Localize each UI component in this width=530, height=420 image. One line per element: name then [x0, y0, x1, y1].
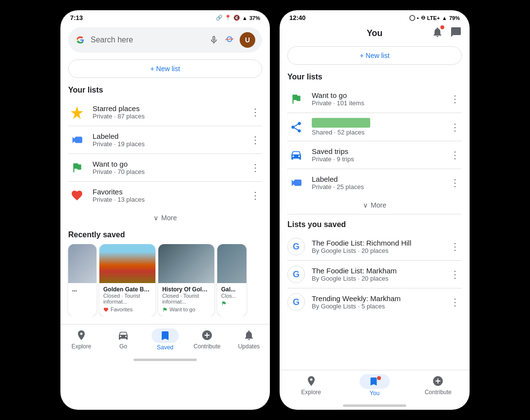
photo-info: Gal... Clos...	[217, 283, 246, 310]
nav-explore[interactable]: Explore	[67, 328, 96, 351]
list-meta: By Google Lists · 20 places	[312, 275, 441, 282]
more-options-button[interactable]: ⋮	[248, 160, 262, 175]
green-placeholder-rect	[312, 118, 370, 128]
photos-row: ... Golden Gate Bridge... Closed · Touri…	[60, 244, 270, 316]
nav-contribute[interactable]: Contribute	[192, 328, 222, 351]
updates-label: Updates	[238, 343, 260, 350]
chevron-down-icon: ∨	[153, 214, 158, 222]
list-item[interactable]: Want to go Private · 70 places ⋮	[60, 154, 270, 181]
more-options-button[interactable]: ⋮	[448, 175, 462, 191]
header-icons	[432, 26, 462, 41]
left-phone: 7:13 🔗 📍 🔇 ▲ 37% Search here	[60, 10, 270, 410]
list-item[interactable]: Want to go Private · 101 items ⋮	[280, 85, 470, 113]
photo-tag	[221, 301, 243, 306]
notification-badge	[440, 25, 444, 29]
photo-info: History Of Golden G... Closed · Tourist …	[158, 283, 214, 316]
photo-card[interactable]: History Of Golden G... Closed · Tourist …	[158, 244, 214, 316]
nav-explore-right[interactable]: Explore	[297, 374, 326, 397]
microphone-icon[interactable]	[208, 35, 219, 45]
photo-card[interactable]: Gal... Clos...	[217, 244, 246, 316]
photo-thumbnail	[217, 244, 246, 283]
more-options-button[interactable]: ⋮	[448, 294, 462, 310]
heart-icon	[68, 187, 86, 204]
explore-label: Explore	[72, 343, 92, 350]
flag-icon	[68, 159, 86, 176]
updates-icon	[242, 328, 256, 342]
nav-saved[interactable]: Saved	[151, 328, 180, 351]
list-name: Saved trips	[312, 147, 441, 155]
list-info: Labeled Private · 25 places	[312, 175, 441, 191]
more-label-right: More	[371, 201, 386, 209]
bottom-nav-right: Explore You Contribute	[280, 370, 470, 402]
nav-you[interactable]: You	[360, 374, 390, 397]
status-icons-left: 🔗 📍 🔇 ▲ 37%	[216, 15, 260, 21]
photo-thumbnail	[158, 244, 214, 283]
list-item[interactable]: Starred places Private · 87 places ⋮	[60, 98, 270, 126]
lists-you-saved-title: Lists you saved	[280, 214, 470, 233]
more-label: More	[161, 214, 177, 222]
more-button[interactable]: ∨ More	[60, 209, 270, 227]
list-item[interactable]: Favorites Private · 13 places ⋮	[60, 182, 270, 209]
contribute-icon	[200, 328, 214, 342]
lens-icon[interactable]	[224, 35, 235, 45]
more-button-right[interactable]: ∨ More	[280, 196, 470, 214]
nav-updates[interactable]: Updates	[234, 328, 264, 351]
search-bar[interactable]: Search here U	[68, 27, 262, 53]
share-icon	[287, 118, 305, 136]
notification-button[interactable]	[432, 26, 443, 41]
list-item[interactable]: Saved trips Private · 9 trips ⋮	[280, 141, 470, 169]
list-item[interactable]: G The Foodie List: Richmond Hill By Goog…	[280, 233, 470, 260]
photo-name: ...	[72, 286, 93, 293]
list-meta: Private · 9 trips	[312, 155, 441, 163]
list-meta: Private · 101 items	[312, 99, 441, 107]
more-options-button[interactable]: ⋮	[448, 147, 462, 163]
new-list-button[interactable]: + New list	[68, 59, 262, 78]
list-item[interactable]: G Trending Weekly: Markham By Google Lis…	[280, 288, 470, 316]
list-meta: Private · 70 places	[93, 168, 242, 175]
more-options-button[interactable]: ⋮	[448, 91, 462, 107]
list-info: The Foodie List: Richmond Hill By Google…	[312, 239, 441, 254]
list-item[interactable]: Labeled Private · 25 places ⋮	[280, 169, 470, 196]
list-name: Want to go	[93, 160, 242, 168]
new-list-button-right[interactable]: + New list	[287, 46, 462, 65]
photo-name: Golden Gate Bridge...	[103, 286, 151, 293]
contribute-label-right: Contribute	[425, 389, 452, 396]
photo-card[interactable]: ...	[68, 244, 96, 316]
label-icon	[68, 131, 86, 149]
photo-info: ...	[68, 283, 96, 297]
you-nav-icon-box	[360, 374, 390, 389]
flag-icon	[287, 90, 305, 108]
contribute-icon-right	[431, 374, 445, 388]
more-options-button[interactable]: ⋮	[248, 132, 262, 148]
explore-icon	[75, 328, 88, 342]
photo-card[interactable]: Golden Gate Bridge... Closed · Tourist i…	[99, 244, 155, 316]
explore-icon-right	[304, 374, 318, 388]
more-options-button[interactable]: ⋮	[448, 119, 462, 135]
more-options-button[interactable]: ⋮	[248, 188, 262, 203]
more-options-button[interactable]: ⋮	[448, 267, 462, 282]
nav-contribute-right[interactable]: Contribute	[423, 374, 453, 397]
user-avatar[interactable]: U	[240, 32, 255, 48]
list-item[interactable]: Shared · 52 places ⋮	[280, 113, 470, 141]
messages-button[interactable]	[450, 26, 462, 41]
list-info: Saved trips Private · 9 trips	[312, 147, 441, 163]
chevron-down-icon: ∨	[363, 201, 368, 209]
right-screen-content: You + New list Your lists Want	[280, 23, 470, 410]
you-header: You	[280, 23, 470, 43]
more-options-button[interactable]: ⋮	[448, 239, 462, 254]
list-item[interactable]: Labeled Private · 19 places ⋮	[60, 126, 270, 153]
list-info: The Foodie List: Markham By Google Lists…	[312, 267, 441, 282]
more-options-button[interactable]: ⋮	[248, 104, 262, 120]
list-meta: Shared · 52 places	[312, 129, 441, 136]
right-phone: 12:40 ◯ • ⊖ LTE+ ▲ 79% You	[280, 10, 470, 410]
list-item[interactable]: G The Foodie List: Markham By Google Lis…	[280, 261, 470, 288]
list-meta: Private · 19 places	[93, 140, 242, 148]
list-meta: By Google Lists · 5 places	[312, 303, 441, 310]
search-action-icons: U	[208, 32, 255, 48]
your-lists-title-right: Your lists	[280, 71, 470, 85]
status-bar-left: 7:13 🔗 📍 🔇 ▲ 37%	[60, 10, 270, 23]
nav-go[interactable]: Go	[109, 328, 138, 351]
new-list-label-right: + New list	[360, 52, 389, 59]
photo-tag: Favorites	[103, 306, 151, 312]
list-info: Trending Weekly: Markham By Google Lists…	[312, 294, 441, 310]
